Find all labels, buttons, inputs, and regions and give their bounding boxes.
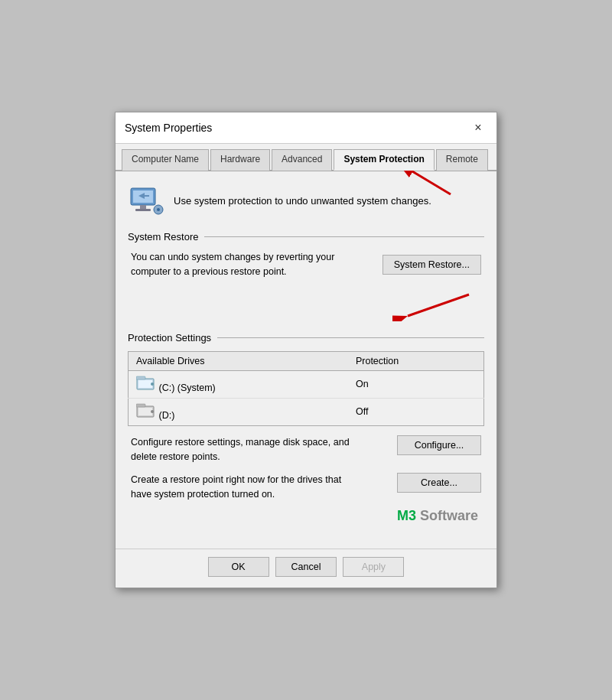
dialog-content: Use system protection to undo unwanted s…	[116, 171, 496, 549]
branding-software: Software	[416, 508, 478, 523]
col-protection: Protection	[348, 351, 484, 370]
create-text: Create a restore point right now for the…	[131, 473, 360, 502]
drive-c-icon	[136, 383, 158, 393]
tab-advanced[interactable]: Advanced	[272, 149, 332, 171]
create-button[interactable]: Create...	[397, 473, 481, 493]
ok-button[interactable]: OK	[208, 557, 269, 577]
svg-point-7	[157, 208, 160, 211]
restore-row: You can undo system changes by reverting…	[128, 250, 484, 279]
drives-table: Available Drives Protection	[128, 351, 484, 426]
branding-m3: M3	[397, 508, 416, 523]
section-divider	[204, 236, 484, 237]
drive-d-protection: Off	[348, 398, 484, 425]
protection-settings-section: Protection Settings Available Drives Pro…	[128, 332, 484, 529]
drive-c-label: (C:) (System)	[158, 383, 215, 393]
system-restore-button[interactable]: System Restore...	[382, 255, 481, 275]
branding: M3 Software	[128, 506, 484, 529]
svg-rect-12	[138, 380, 152, 388]
configure-row: Configure restore settings, manage disk …	[128, 435, 484, 464]
svg-rect-16	[138, 408, 152, 415]
system-restore-label: System Restore	[128, 231, 198, 243]
create-row: Create a restore point right now for the…	[128, 473, 484, 502]
system-restore-section: System Restore You can undo system chang…	[128, 231, 484, 321]
svg-rect-4	[140, 205, 146, 209]
drive-row-d[interactable]: (D:) Off	[129, 398, 484, 425]
cancel-button[interactable]: Cancel	[275, 557, 337, 577]
dialog-title: System Properties	[125, 122, 212, 134]
svg-rect-5	[135, 209, 151, 211]
system-properties-dialog: System Properties × Computer Name Hardwa…	[115, 112, 497, 588]
restore-arrow-annotation	[392, 287, 477, 321]
close-button[interactable]: ×	[469, 119, 487, 137]
svg-point-17	[151, 410, 154, 413]
section-divider-2	[217, 337, 484, 338]
col-available-drives: Available Drives	[129, 351, 348, 370]
drive-d-cell: (D:)	[129, 398, 348, 425]
computer-icon	[128, 182, 164, 219]
apply-button[interactable]: Apply	[343, 557, 404, 577]
drive-c-cell: (C:) (System)	[129, 370, 348, 398]
protection-settings-title-row: Protection Settings	[128, 332, 484, 343]
protection-settings-label: Protection Settings	[128, 332, 211, 343]
drive-c-protection: On	[348, 370, 484, 398]
svg-point-13	[151, 383, 154, 386]
drive-row-c[interactable]: (C:) (System) On	[129, 370, 484, 398]
svg-line-10	[408, 295, 469, 316]
configure-button[interactable]: Configure...	[397, 435, 481, 455]
svg-rect-14	[136, 376, 145, 379]
restore-arrow-container	[128, 287, 484, 321]
drive-d-icon	[136, 410, 158, 421]
drive-d-label: (D:)	[158, 410, 174, 421]
restore-description: You can undo system changes by reverting…	[131, 250, 337, 279]
title-bar: System Properties ×	[116, 112, 496, 144]
tab-computer-name[interactable]: Computer Name	[122, 149, 209, 171]
configure-text: Configure restore settings, manage disk …	[131, 435, 360, 464]
svg-rect-18	[136, 404, 145, 407]
tab-hardware[interactable]: Hardware	[210, 149, 270, 171]
tab-system-protection[interactable]: System Protection	[334, 149, 434, 171]
system-restore-title-row: System Restore	[128, 231, 484, 243]
dialog-footer: OK Cancel Apply	[116, 549, 496, 588]
